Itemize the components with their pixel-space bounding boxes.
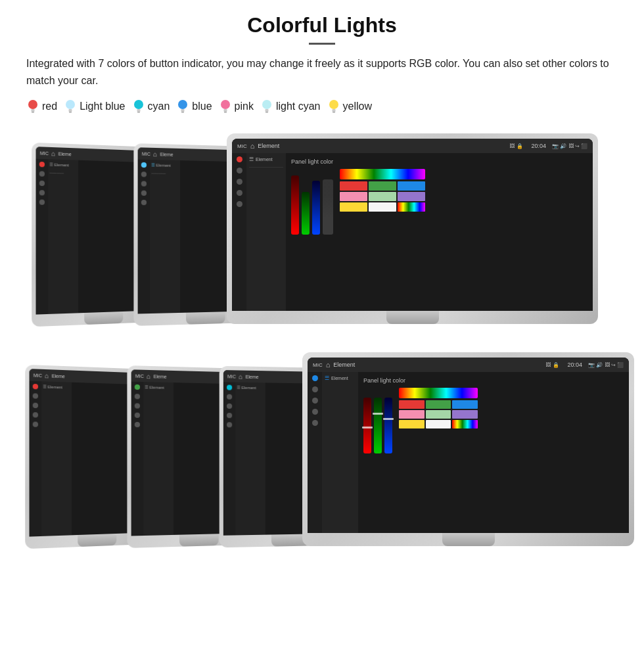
svg-rect-10 [181, 109, 185, 112]
svg-rect-1 [32, 109, 35, 112]
bulb-icon-lightblue [64, 98, 77, 115]
svg-rect-16 [265, 109, 268, 112]
bottom-devices-section: MIC ⌂ Eleme [26, 342, 618, 553]
top-devices-section: MIC ⌂ Eleme [26, 127, 618, 331]
svg-point-12 [221, 100, 230, 109]
color-label-lightcyan: light cyan [276, 101, 321, 112]
bulb-icon-lightcyan [260, 98, 273, 115]
color-item-cyan: cyan [132, 98, 170, 115]
bottom-device-stack: MIC ⌂ Eleme [26, 342, 618, 546]
color-label-pink: pink [235, 101, 254, 112]
bulb-icon-yellow [327, 98, 340, 115]
description-text: Integrated with 7 colors of button indic… [26, 55, 618, 89]
bulb-icon-cyan [132, 98, 145, 115]
svg-rect-14 [224, 112, 227, 113]
svg-point-9 [178, 100, 187, 109]
svg-rect-5 [69, 112, 72, 113]
color-indicators-row: red Light blue cyan [26, 98, 618, 115]
top-device-3: MIC ⌂ Element 🖼 🔒 20:04 📷 🔊 🖼 ↪ ⬛ [227, 133, 598, 324]
color-item-red: red [26, 98, 57, 115]
color-label-cyan: cyan [148, 101, 170, 112]
svg-rect-11 [181, 112, 184, 113]
color-label-blue: blue [192, 101, 212, 112]
color-item-lightblue: Light blue [64, 98, 125, 115]
svg-rect-4 [69, 109, 72, 112]
svg-rect-7 [137, 109, 140, 112]
svg-rect-20 [333, 112, 335, 113]
color-item-blue: blue [176, 98, 212, 115]
svg-rect-13 [223, 109, 227, 112]
color-label-yellow: yellow [343, 101, 372, 112]
svg-rect-19 [332, 109, 335, 112]
svg-point-3 [66, 100, 75, 109]
svg-rect-8 [137, 112, 140, 113]
bulb-icon-pink [219, 98, 232, 115]
svg-rect-17 [265, 112, 268, 113]
bottom-device-4: MIC ⌂ Element 🖼 🔒 20:04 📷 🔊 🖼 ↪ ⬛ [302, 352, 634, 546]
svg-point-6 [134, 100, 143, 109]
color-item-pink: pink [219, 98, 254, 115]
color-item-yellow: yellow [327, 98, 372, 115]
title-divider [309, 43, 335, 45]
svg-rect-2 [32, 112, 34, 113]
svg-point-0 [28, 100, 37, 109]
page-title: Colorful Lights [26, 13, 618, 37]
svg-point-15 [262, 100, 271, 109]
color-item-lightcyan: light cyan [260, 98, 321, 115]
color-label-lightblue: Light blue [80, 101, 125, 112]
bulb-icon-red [26, 98, 39, 115]
color-label-red: red [42, 101, 57, 112]
page-wrapper: Colorful Lights Integrated with 7 colors… [0, 0, 644, 584]
top-device-stack: MIC ⌂ Eleme [33, 127, 611, 324]
bulb-icon-blue [176, 98, 189, 115]
svg-point-18 [329, 100, 338, 109]
